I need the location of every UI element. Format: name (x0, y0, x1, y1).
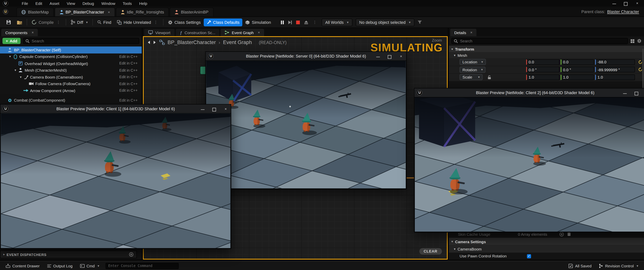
back-icon[interactable] (147, 40, 150, 44)
menu-item-tools[interactable]: Tools (119, 0, 136, 7)
preview-titlebar[interactable]: U Blaster Preview [NetMode: Client 1] (6… (0, 104, 231, 113)
location-z-field[interactable]: -88.0 (595, 59, 635, 65)
component-row[interactable]: ▾Camera Boom (CameraBoom)Edit in C++ (0, 74, 142, 80)
menu-item-file[interactable]: File (18, 0, 32, 7)
all-worlds-dropdown[interactable]: All Worlds ▾ (322, 18, 352, 26)
preview-window-client1[interactable]: U Blaster Preview [NetMode: Client 1] (6… (0, 104, 231, 249)
component-row[interactable]: Overhead Widget (OverheadWidget)Edit in … (0, 60, 142, 67)
details-search[interactable] (451, 38, 628, 44)
compile-options-icon[interactable]: ⋮ (56, 20, 60, 24)
component-row[interactable]: ▾Mesh (CharacterMesh0)Edit in C++ (0, 67, 142, 74)
cameraboom-section-header[interactable]: ▾ CameraBoom (449, 245, 644, 252)
close-icon[interactable]: × (399, 55, 403, 58)
rotation-x-field[interactable]: 0.0 ° (526, 67, 559, 73)
rotation-z-field[interactable]: -89.999999 ° (595, 67, 635, 73)
component-row[interactable]: Arrow Component (Arrow)Edit in C++ (0, 87, 142, 94)
game-viewport[interactable] (1, 114, 230, 248)
location-y-field[interactable]: 0.0 (560, 59, 594, 65)
add-dispatcher-icon[interactable] (129, 252, 134, 257)
rotation-type-dropdown[interactable]: Rotation▾ (460, 67, 486, 73)
debug-object-dropdown[interactable]: No debug object selected ▾ (356, 18, 414, 26)
close-icon[interactable]: × (636, 2, 639, 5)
minimize-icon[interactable] (376, 55, 380, 58)
close-icon[interactable]: × (108, 10, 110, 14)
preview-window-server[interactable]: U Blaster Preview [NetMode: Server 0] (6… (205, 51, 406, 189)
browse-button[interactable] (14, 18, 25, 26)
add-component-button[interactable]: + Add (2, 38, 20, 44)
menu-item-window[interactable]: Window (98, 0, 119, 7)
asset-tab-BlasterMap[interactable]: BlasterMap (16, 7, 54, 16)
eject-button[interactable] (304, 20, 308, 24)
maximize-icon[interactable] (212, 107, 216, 111)
mesh-subsection-header[interactable]: ▾ Mesh (449, 52, 644, 59)
expander-icon[interactable]: ▾ (13, 68, 18, 72)
output-log-button[interactable]: Output Log (44, 262, 76, 269)
console-command-input[interactable] (108, 264, 176, 268)
asset-tab-BlasterAnimBP[interactable]: BlasterAnimBP (170, 7, 214, 16)
game-viewport[interactable] (415, 97, 644, 232)
edit-in-cpp-link[interactable]: Edit in C++ (116, 82, 138, 86)
compile-button[interactable]: Compile ⋮ (29, 18, 64, 27)
component-row[interactable]: ▾Capsule Component (CollisionCylinder)Ed… (0, 53, 142, 60)
close-icon[interactable]: × (224, 107, 228, 111)
class-defaults-button[interactable]: Class Defaults (204, 18, 242, 26)
diff-button[interactable]: Diff ▾ (68, 18, 90, 27)
edit-in-cpp-link[interactable]: Edit in C++ (116, 98, 138, 102)
scale-z-field[interactable]: 1.0 (595, 74, 635, 80)
hide-unrelated-button[interactable]: Hide Unrelated ⋮ (114, 18, 161, 26)
minimize-icon[interactable] (201, 107, 204, 111)
maximize-icon[interactable] (388, 55, 392, 58)
close-icon[interactable]: × (258, 30, 260, 35)
parent-class-link[interactable]: Blaster Character (607, 9, 639, 14)
minimize-icon[interactable] (612, 2, 616, 5)
revision-control-button[interactable]: Revision Control ▾ (596, 262, 641, 269)
details-search-input[interactable] (460, 39, 626, 43)
component-row[interactable]: Follow Camera (FollowCamera)Edit in C++ (0, 80, 142, 87)
tab-components[interactable]: Components × (1, 29, 38, 36)
class-settings-button[interactable]: Class Settings (165, 18, 204, 26)
add-element-icon[interactable] (560, 232, 564, 236)
breadcrumb-root[interactable]: BP_BlasterCharacter (168, 40, 216, 45)
camera-settings-section-header[interactable]: ▾ Camera Settings (449, 238, 644, 245)
expander-icon[interactable]: ▾ (18, 75, 23, 79)
use-pawn-checkbox[interactable]: ✓ (527, 254, 531, 258)
rotation-y-field[interactable]: 0.0 ° (560, 67, 594, 73)
content-drawer-button[interactable]: Content Drawer (3, 262, 42, 269)
menu-item-asset[interactable]: Asset (46, 0, 63, 7)
maximize-icon[interactable] (635, 91, 638, 95)
minimize-icon[interactable] (623, 91, 627, 95)
trash-icon[interactable] (567, 232, 571, 236)
simulation-button[interactable]: Simulation (242, 18, 274, 26)
component-row[interactable]: BP_BlasterCharacter (Self) (0, 47, 142, 53)
preview-window-client2[interactable]: U Blaster Preview [NetMode: Client 2] (6… (414, 88, 644, 232)
edit-in-cpp-link[interactable]: Edit in C++ (116, 61, 138, 65)
edit-in-cpp-link[interactable]: Edit in C++ (116, 75, 138, 79)
transform-section-header[interactable]: ▾ Transform (449, 46, 644, 52)
location-x-field[interactable]: 0.0 (526, 59, 559, 65)
scale-type-dropdown[interactable]: Scale▾ (460, 74, 483, 80)
cmd-button[interactable]: Cmd ▾ (77, 262, 102, 269)
hide-unrelated-options-icon[interactable]: ⋮ (154, 20, 158, 24)
tab-event-graph[interactable]: Event Graph× (221, 29, 264, 36)
tab-construction-sc-[interactable]: ƒConstruction Sc... (176, 29, 220, 36)
breadcrumb-current[interactable]: Event Graph (223, 40, 252, 45)
debug-filter-button[interactable] (414, 19, 425, 26)
edit-in-cpp-link[interactable]: Edit in C++ (116, 88, 138, 93)
scale-x-field[interactable]: 1.0 (526, 74, 559, 80)
forward-icon[interactable] (153, 40, 156, 44)
menu-item-help[interactable]: Help (136, 0, 151, 7)
preview-titlebar[interactable]: U Blaster Preview [NetMode: Server 0] (6… (206, 52, 406, 61)
settings-gear-icon[interactable] (637, 39, 642, 43)
asset-tab-BP_BlasterCharacter[interactable]: BP_BlasterCharacter× (54, 7, 115, 16)
tab-details[interactable]: Details × (450, 29, 476, 36)
display-filter-icon[interactable] (630, 39, 635, 43)
tab-viewport[interactable]: Viewport (144, 29, 174, 36)
game-viewport[interactable] (206, 61, 406, 188)
components-search[interactable] (23, 38, 139, 44)
all-saved-button[interactable]: All Saved (566, 262, 594, 269)
save-button[interactable] (3, 18, 14, 27)
edit-in-cpp-link[interactable]: Edit in C++ (116, 68, 138, 72)
close-icon[interactable]: × (32, 30, 34, 35)
event-dispatchers-section[interactable]: ▸ EVENT DISPATCHERS (0, 250, 137, 258)
stop-button[interactable] (296, 20, 300, 24)
